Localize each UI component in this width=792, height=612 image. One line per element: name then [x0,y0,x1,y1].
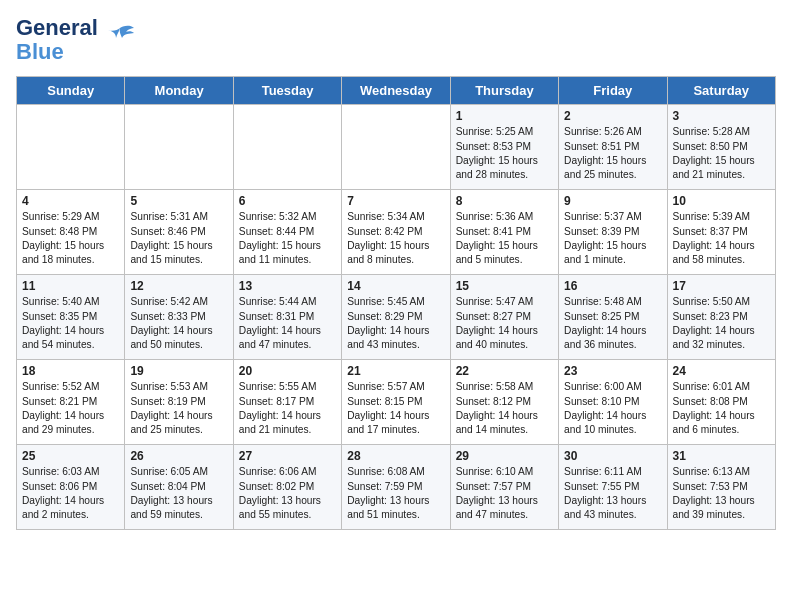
calendar-week-row: 1Sunrise: 5:25 AM Sunset: 8:53 PM Daylig… [17,105,776,190]
calendar-cell: 25Sunrise: 6:03 AM Sunset: 8:06 PM Dayli… [17,445,125,530]
cell-content: Sunrise: 5:32 AM Sunset: 8:44 PM Dayligh… [239,210,336,267]
cell-content: Sunrise: 5:53 AM Sunset: 8:19 PM Dayligh… [130,380,227,437]
calendar-cell: 3Sunrise: 5:28 AM Sunset: 8:50 PM Daylig… [667,105,775,190]
calendar-cell [17,105,125,190]
calendar-week-row: 11Sunrise: 5:40 AM Sunset: 8:35 PM Dayli… [17,275,776,360]
weekday-header: Sunday [17,77,125,105]
weekday-header: Monday [125,77,233,105]
day-number: 20 [239,364,336,378]
calendar-cell: 27Sunrise: 6:06 AM Sunset: 8:02 PM Dayli… [233,445,341,530]
calendar-cell: 17Sunrise: 5:50 AM Sunset: 8:23 PM Dayli… [667,275,775,360]
day-number: 22 [456,364,553,378]
cell-content: Sunrise: 5:34 AM Sunset: 8:42 PM Dayligh… [347,210,444,267]
calendar-cell: 18Sunrise: 5:52 AM Sunset: 8:21 PM Dayli… [17,360,125,445]
day-number: 21 [347,364,444,378]
cell-content: Sunrise: 5:25 AM Sunset: 8:53 PM Dayligh… [456,125,553,182]
cell-content: Sunrise: 5:45 AM Sunset: 8:29 PM Dayligh… [347,295,444,352]
weekday-header: Thursday [450,77,558,105]
cell-content: Sunrise: 5:58 AM Sunset: 8:12 PM Dayligh… [456,380,553,437]
day-number: 12 [130,279,227,293]
day-number: 30 [564,449,661,463]
calendar-cell: 24Sunrise: 6:01 AM Sunset: 8:08 PM Dayli… [667,360,775,445]
day-number: 13 [239,279,336,293]
calendar-cell: 7Sunrise: 5:34 AM Sunset: 8:42 PM Daylig… [342,190,450,275]
calendar-week-row: 18Sunrise: 5:52 AM Sunset: 8:21 PM Dayli… [17,360,776,445]
cell-content: Sunrise: 5:29 AM Sunset: 8:48 PM Dayligh… [22,210,119,267]
calendar-cell: 29Sunrise: 6:10 AM Sunset: 7:57 PM Dayli… [450,445,558,530]
calendar-cell: 6Sunrise: 5:32 AM Sunset: 8:44 PM Daylig… [233,190,341,275]
day-number: 15 [456,279,553,293]
cell-content: Sunrise: 5:36 AM Sunset: 8:41 PM Dayligh… [456,210,553,267]
calendar-cell: 19Sunrise: 5:53 AM Sunset: 8:19 PM Dayli… [125,360,233,445]
cell-content: Sunrise: 6:01 AM Sunset: 8:08 PM Dayligh… [673,380,770,437]
page-header: GeneralBlue [16,16,776,64]
weekday-header: Wednesday [342,77,450,105]
calendar-cell: 23Sunrise: 6:00 AM Sunset: 8:10 PM Dayli… [559,360,667,445]
cell-content: Sunrise: 5:40 AM Sunset: 8:35 PM Dayligh… [22,295,119,352]
calendar-cell: 2Sunrise: 5:26 AM Sunset: 8:51 PM Daylig… [559,105,667,190]
calendar-cell [125,105,233,190]
day-number: 24 [673,364,770,378]
day-number: 31 [673,449,770,463]
cell-content: Sunrise: 5:47 AM Sunset: 8:27 PM Dayligh… [456,295,553,352]
cell-content: Sunrise: 6:03 AM Sunset: 8:06 PM Dayligh… [22,465,119,522]
calendar-cell: 8Sunrise: 5:36 AM Sunset: 8:41 PM Daylig… [450,190,558,275]
day-number: 18 [22,364,119,378]
cell-content: Sunrise: 5:31 AM Sunset: 8:46 PM Dayligh… [130,210,227,267]
weekday-header: Saturday [667,77,775,105]
cell-content: Sunrise: 5:57 AM Sunset: 8:15 PM Dayligh… [347,380,444,437]
weekday-header: Friday [559,77,667,105]
calendar-cell: 1Sunrise: 5:25 AM Sunset: 8:53 PM Daylig… [450,105,558,190]
cell-content: Sunrise: 6:10 AM Sunset: 7:57 PM Dayligh… [456,465,553,522]
cell-content: Sunrise: 6:08 AM Sunset: 7:59 PM Dayligh… [347,465,444,522]
cell-content: Sunrise: 5:26 AM Sunset: 8:51 PM Dayligh… [564,125,661,182]
calendar-cell: 31Sunrise: 6:13 AM Sunset: 7:53 PM Dayli… [667,445,775,530]
cell-content: Sunrise: 6:00 AM Sunset: 8:10 PM Dayligh… [564,380,661,437]
calendar-cell: 10Sunrise: 5:39 AM Sunset: 8:37 PM Dayli… [667,190,775,275]
header-row: SundayMondayTuesdayWednesdayThursdayFrid… [17,77,776,105]
weekday-header: Tuesday [233,77,341,105]
day-number: 6 [239,194,336,208]
calendar-cell: 16Sunrise: 5:48 AM Sunset: 8:25 PM Dayli… [559,275,667,360]
cell-content: Sunrise: 5:44 AM Sunset: 8:31 PM Dayligh… [239,295,336,352]
calendar-cell: 14Sunrise: 5:45 AM Sunset: 8:29 PM Dayli… [342,275,450,360]
day-number: 23 [564,364,661,378]
day-number: 26 [130,449,227,463]
calendar-cell: 26Sunrise: 6:05 AM Sunset: 8:04 PM Dayli… [125,445,233,530]
day-number: 19 [130,364,227,378]
day-number: 8 [456,194,553,208]
cell-content: Sunrise: 5:42 AM Sunset: 8:33 PM Dayligh… [130,295,227,352]
day-number: 3 [673,109,770,123]
calendar-cell: 30Sunrise: 6:11 AM Sunset: 7:55 PM Dayli… [559,445,667,530]
day-number: 28 [347,449,444,463]
logo-text: GeneralBlue [16,16,98,64]
logo: GeneralBlue [16,16,136,64]
calendar-cell: 28Sunrise: 6:08 AM Sunset: 7:59 PM Dayli… [342,445,450,530]
day-number: 2 [564,109,661,123]
cell-content: Sunrise: 6:13 AM Sunset: 7:53 PM Dayligh… [673,465,770,522]
cell-content: Sunrise: 6:11 AM Sunset: 7:55 PM Dayligh… [564,465,661,522]
calendar-cell: 22Sunrise: 5:58 AM Sunset: 8:12 PM Dayli… [450,360,558,445]
day-number: 10 [673,194,770,208]
cell-content: Sunrise: 6:05 AM Sunset: 8:04 PM Dayligh… [130,465,227,522]
calendar-cell [233,105,341,190]
logo-bird-icon [104,24,136,52]
calendar-week-row: 25Sunrise: 6:03 AM Sunset: 8:06 PM Dayli… [17,445,776,530]
calendar-cell: 12Sunrise: 5:42 AM Sunset: 8:33 PM Dayli… [125,275,233,360]
day-number: 1 [456,109,553,123]
day-number: 17 [673,279,770,293]
calendar-cell: 15Sunrise: 5:47 AM Sunset: 8:27 PM Dayli… [450,275,558,360]
calendar-cell: 9Sunrise: 5:37 AM Sunset: 8:39 PM Daylig… [559,190,667,275]
day-number: 27 [239,449,336,463]
calendar-cell: 5Sunrise: 5:31 AM Sunset: 8:46 PM Daylig… [125,190,233,275]
calendar-cell: 13Sunrise: 5:44 AM Sunset: 8:31 PM Dayli… [233,275,341,360]
calendar-table: SundayMondayTuesdayWednesdayThursdayFrid… [16,76,776,530]
cell-content: Sunrise: 6:06 AM Sunset: 8:02 PM Dayligh… [239,465,336,522]
calendar-cell: 11Sunrise: 5:40 AM Sunset: 8:35 PM Dayli… [17,275,125,360]
calendar-cell [342,105,450,190]
calendar-cell: 20Sunrise: 5:55 AM Sunset: 8:17 PM Dayli… [233,360,341,445]
day-number: 25 [22,449,119,463]
cell-content: Sunrise: 5:48 AM Sunset: 8:25 PM Dayligh… [564,295,661,352]
cell-content: Sunrise: 5:50 AM Sunset: 8:23 PM Dayligh… [673,295,770,352]
day-number: 7 [347,194,444,208]
